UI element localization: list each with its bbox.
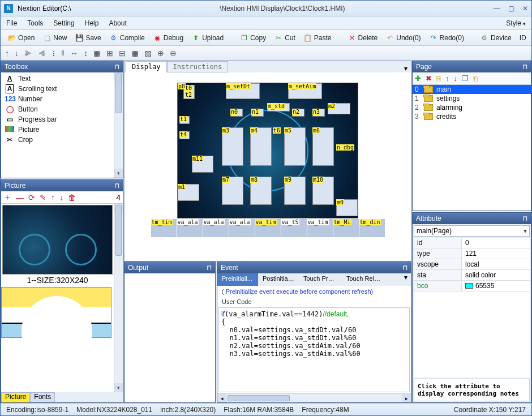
align-left-icon[interactable]: ⫸ bbox=[24, 49, 32, 58]
event-tab-dropdown-icon[interactable]: ▾ bbox=[401, 273, 411, 286]
copy-page-button[interactable]: ❐ bbox=[462, 74, 469, 83]
timer-item[interactable]: va_tS bbox=[281, 219, 307, 237]
component-label[interactable]: m11 bbox=[192, 156, 203, 162]
component-label[interactable]: t1 bbox=[179, 116, 187, 122]
add-picture-button[interactable]: ＋ bbox=[3, 192, 11, 203]
tab-touch-release[interactable]: Touch Rele... bbox=[342, 273, 385, 286]
component-label[interactable]: n3 bbox=[312, 109, 320, 115]
component-label[interactable]: t6 bbox=[273, 127, 281, 134]
refresh-button[interactable]: ⟳ bbox=[28, 193, 35, 202]
menu-file[interactable]: File bbox=[6, 19, 17, 27]
attr-value[interactable]: 65535 bbox=[462, 281, 530, 291]
insert-page-button[interactable]: ⎘ bbox=[436, 74, 441, 83]
align-bottom-icon[interactable]: ⫵ bbox=[61, 48, 65, 58]
same-height-icon[interactable]: ↕ bbox=[84, 49, 88, 58]
code-editor[interactable]: if(va_alarmTime.val==1442)//default, { n… bbox=[218, 307, 410, 392]
center-v-icon[interactable]: ⊖ bbox=[170, 49, 177, 58]
tab-instructions[interactable]: Instructions bbox=[167, 61, 229, 72]
toolbox-item[interactable]: AScrolling text bbox=[1, 84, 114, 94]
attr-value[interactable]: local bbox=[462, 259, 530, 269]
menu-setting[interactable]: Setting bbox=[53, 19, 74, 27]
tab-picture[interactable]: Picture bbox=[1, 392, 30, 402]
timer-item[interactable]: va_ala bbox=[203, 219, 229, 237]
page-item[interactable]: 1settings bbox=[413, 94, 531, 103]
component-label[interactable]: m5 bbox=[284, 127, 292, 134]
arrow-up-icon[interactable]: ↑ bbox=[5, 49, 9, 58]
component-label[interactable]: n0 bbox=[230, 109, 238, 115]
timer-item[interactable]: va_tim bbox=[255, 219, 281, 237]
component-label[interactable]: m_std bbox=[267, 103, 285, 109]
undo-button[interactable]: ↶Undo(0) bbox=[383, 32, 423, 44]
toolbox-item[interactable]: 123Number bbox=[1, 94, 114, 104]
component-label[interactable]: m0 bbox=[336, 199, 344, 205]
toolbox-scrollbar[interactable]: ▴▾ bbox=[114, 72, 123, 178]
timer-item[interactable]: va_ala bbox=[229, 219, 255, 237]
component-label[interactable]: m6 bbox=[312, 127, 320, 134]
move-up-button[interactable]: ↑ bbox=[51, 193, 55, 202]
component-label[interactable]: t2 bbox=[185, 92, 192, 98]
page-up-button[interactable]: ↑ bbox=[445, 74, 449, 83]
id-button[interactable]: ID bbox=[517, 33, 529, 43]
menu-style[interactable]: Style bbox=[506, 19, 526, 27]
maximize-button[interactable]: ▢ bbox=[508, 5, 514, 12]
paste-button[interactable]: 📋Paste bbox=[301, 32, 334, 44]
tab-preinitialize[interactable]: Preinitiali... bbox=[217, 273, 258, 286]
center-h-icon[interactable]: ⊕ bbox=[157, 49, 164, 58]
attribute-row[interactable]: vscopelocal bbox=[414, 259, 530, 270]
debug-button[interactable]: ◉Debug bbox=[151, 32, 186, 44]
pin-icon[interactable]: ⊓ bbox=[522, 63, 527, 71]
toolbox-item[interactable]: Picture bbox=[1, 125, 114, 135]
remove-page-button[interactable]: ✖ bbox=[426, 74, 432, 83]
attribute-selector[interactable]: main(Page) bbox=[414, 225, 530, 237]
component-label[interactable]: n_dbg bbox=[336, 144, 354, 151]
redo-button[interactable]: ↷Redo(0) bbox=[427, 32, 466, 44]
toolbox-item[interactable]: AText bbox=[1, 74, 114, 84]
attribute-row[interactable]: type121 bbox=[414, 248, 530, 259]
attr-value[interactable]: 0 bbox=[462, 238, 530, 248]
align-right-icon[interactable]: ⫷ bbox=[38, 49, 46, 58]
component-label[interactable]: t4 bbox=[179, 131, 187, 138]
component-label[interactable]: m_setAim bbox=[288, 83, 316, 89]
attribute-row[interactable]: stasolid color bbox=[414, 270, 530, 281]
component-label[interactable]: m7 bbox=[222, 177, 230, 183]
edit-button[interactable]: ✎ bbox=[40, 193, 46, 202]
page-item[interactable]: 0main bbox=[413, 85, 531, 94]
ungroup-icon[interactable]: ▨ bbox=[144, 49, 152, 58]
component-label[interactable]: n1 bbox=[251, 109, 259, 115]
delete-picture-button[interactable]: 🗑 bbox=[68, 193, 76, 202]
tab-fonts[interactable]: Fonts bbox=[30, 392, 55, 402]
minimize-button[interactable]: — bbox=[494, 5, 500, 12]
component-label[interactable]: m_setDt bbox=[226, 83, 251, 89]
pin-icon[interactable]: ⊓ bbox=[402, 264, 407, 272]
save-button[interactable]: 💾Save bbox=[72, 32, 103, 44]
timer-item[interactable]: va_ala bbox=[177, 219, 203, 237]
align-top-icon[interactable]: ⫶ bbox=[52, 49, 55, 58]
remove-picture-button[interactable]: — bbox=[16, 193, 24, 202]
open-button[interactable]: 📂Open bbox=[5, 32, 37, 44]
tab-dropdown-icon[interactable]: ▾ bbox=[401, 65, 411, 72]
design-canvas[interactable]: p0 t0 t2 m_setDt m_setAim m_std m2 n0 n1… bbox=[177, 83, 358, 218]
close-button[interactable]: ✕ bbox=[522, 5, 528, 12]
component-label[interactable]: n2 bbox=[292, 109, 300, 115]
menu-about[interactable]: About bbox=[109, 19, 126, 27]
page-item[interactable]: 3credits bbox=[413, 112, 531, 121]
component-label[interactable]: m10 bbox=[312, 177, 324, 183]
toolbox-item[interactable]: ✂Crop bbox=[1, 135, 114, 145]
tab-display[interactable]: Display bbox=[126, 61, 167, 72]
tab-touch-press[interactable]: Touch Pres... bbox=[299, 273, 342, 286]
toolbox-item[interactable]: ▭Progress bar bbox=[1, 114, 114, 125]
arrow-down-icon[interactable]: ↓ bbox=[15, 49, 19, 58]
component-label[interactable]: m1 bbox=[178, 184, 186, 190]
menu-help[interactable]: Help bbox=[85, 19, 99, 27]
picture-thumbnail[interactable] bbox=[1, 287, 114, 338]
component-label[interactable]: m4 bbox=[250, 127, 258, 134]
same-width-icon[interactable]: ↔ bbox=[70, 49, 78, 58]
component-label[interactable]: m2 bbox=[328, 103, 336, 109]
page-down-button[interactable]: ↓ bbox=[454, 74, 458, 83]
delete-button[interactable]: ✕Delete bbox=[345, 32, 380, 44]
picture-scrollbar[interactable]: ▴▾ bbox=[114, 204, 123, 392]
cut-button[interactable]: ✂Cut bbox=[272, 32, 298, 44]
timer-item[interactable]: tm_Mi bbox=[333, 219, 359, 237]
attribute-row[interactable]: bco65535 bbox=[414, 281, 530, 291]
attribute-row[interactable]: id0 bbox=[414, 238, 530, 248]
